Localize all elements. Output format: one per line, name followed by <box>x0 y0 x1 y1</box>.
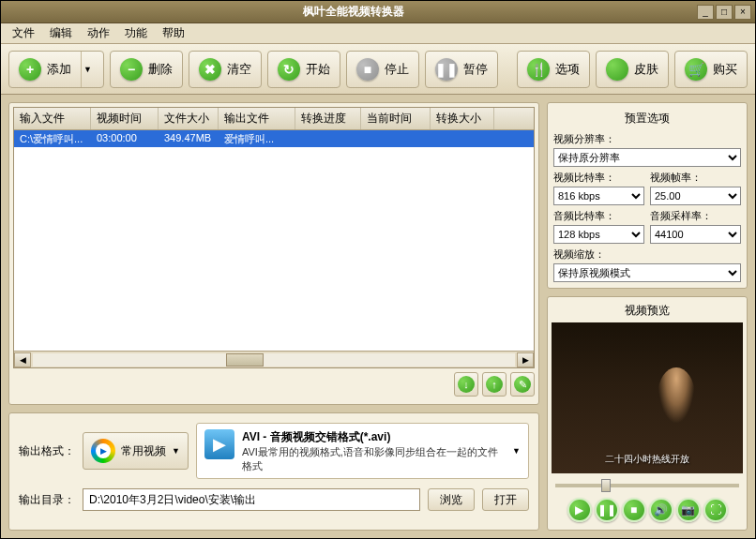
refresh-icon: ↻ <box>278 58 300 81</box>
scroll-right-icon[interactable]: ▶ <box>517 352 534 367</box>
main-area: 输入文件 视频时间 文件大小 输出文件 转换进度 当前时间 转换大小 C:\爱情… <box>1 95 755 538</box>
delete-button[interactable]: − 删除 <box>110 51 183 88</box>
horizontal-scrollbar[interactable]: ◀ ▶ <box>14 351 534 367</box>
th-size[interactable]: 文件大小 <box>159 108 219 129</box>
table-row[interactable]: C:\爱情呼叫... 03:00:00 349.47MB 爱情呼叫... <box>14 130 534 147</box>
add-button[interactable]: + 添加 ▼ <box>8 51 104 88</box>
move-down-button[interactable]: ↓ <box>454 372 478 397</box>
tools-icon: 🍴 <box>527 58 550 81</box>
apple-icon <box>606 58 628 81</box>
browse-button[interactable]: 浏览 <box>428 488 475 511</box>
preview-caption: 二十四小时热线开放 <box>552 453 743 466</box>
resolution-label: 视频分辨率： <box>553 132 741 146</box>
media-player-icon <box>91 439 115 463</box>
vbitrate-select[interactable]: 816 kbps <box>553 187 644 205</box>
chevron-down-icon: ▼ <box>512 446 521 456</box>
chevron-down-icon: ▼ <box>172 446 180 456</box>
abitrate-select[interactable]: 128 kbps <box>553 225 644 244</box>
snapshot-button[interactable]: 📷 <box>676 498 701 522</box>
clear-icon: ✖ <box>199 58 221 81</box>
table-body[interactable]: C:\爱情呼叫... 03:00:00 349.47MB 爱情呼叫... <box>14 130 534 351</box>
minus-icon: − <box>120 58 143 81</box>
format-description[interactable]: ▶ AVI - 音频视频交错格式(*.avi) AVI最常用的视频格式,语音和影… <box>196 423 529 479</box>
arrow-up-icon: ↑ <box>486 376 503 393</box>
avi-file-icon: ▶ <box>204 429 234 459</box>
clear-button[interactable]: ✖ 清空 <box>189 51 262 88</box>
samplerate-label: 音频采样率： <box>650 209 741 223</box>
fullscreen-button[interactable]: ⛶ <box>703 498 728 522</box>
preview-video[interactable]: 二十四小时热线开放 <box>552 322 743 473</box>
pv-stop-button[interactable]: ■ <box>622 498 646 522</box>
menu-function[interactable]: 功能 <box>117 23 155 43</box>
window-title: 枫叶全能视频转换器 <box>303 4 697 20</box>
menu-edit[interactable]: 编辑 <box>42 23 80 43</box>
th-output[interactable]: 输出文件 <box>219 108 295 129</box>
move-up-button[interactable]: ↑ <box>482 372 507 397</box>
pause-button[interactable]: ❚❚ 暂停 <box>425 51 498 88</box>
output-dir-input[interactable] <box>83 488 420 511</box>
pause-icon: ❚❚ <box>435 58 458 81</box>
file-table: 输入文件 视频时间 文件大小 输出文件 转换进度 当前时间 转换大小 C:\爱情… <box>13 107 535 368</box>
app-window: 枫叶全能视频转换器 _ □ × 文件 编辑 动作 功能 帮助 + 添加 ▼ − … <box>0 0 756 539</box>
th-outsize[interactable]: 转换大小 <box>431 108 494 129</box>
menubar: 文件 编辑 动作 功能 帮助 <box>1 23 755 44</box>
maximize-button[interactable]: □ <box>716 5 733 20</box>
add-dropdown-icon[interactable]: ▼ <box>81 52 94 87</box>
pencil-icon: ✎ <box>514 376 531 393</box>
preview-panel: 视频预览 二十四小时热线开放 ▶ ❚❚ ■ 🔊 📷 ⛶ <box>547 296 748 531</box>
samplerate-select[interactable]: 44100 <box>650 225 741 244</box>
abitrate-label: 音频比特率： <box>553 209 644 223</box>
skin-button[interactable]: 皮肤 <box>596 51 669 88</box>
close-button[interactable]: × <box>734 5 751 20</box>
framerate-label: 视频帧率： <box>650 171 741 185</box>
dir-label: 输出目录： <box>19 492 75 508</box>
preview-title: 视频预览 <box>552 301 743 322</box>
menu-file[interactable]: 文件 <box>5 23 42 43</box>
plus-icon: + <box>19 58 41 81</box>
th-time[interactable]: 当前时间 <box>361 108 431 129</box>
format-label: 输出格式： <box>19 443 75 459</box>
vbitrate-label: 视频比特率： <box>553 171 644 185</box>
buy-button[interactable]: 🛒 购买 <box>674 51 748 88</box>
titlebar: 枫叶全能视频转换器 _ □ × <box>1 1 755 23</box>
play-button[interactable]: ▶ <box>567 498 592 522</box>
slider-thumb[interactable] <box>601 479 611 492</box>
framerate-select[interactable]: 25.00 <box>650 187 741 205</box>
zoom-select[interactable]: 保持原视频模式 <box>553 263 741 282</box>
preview-slider[interactable] <box>552 477 743 494</box>
th-input[interactable]: 输入文件 <box>14 108 91 129</box>
th-progress[interactable]: 转换进度 <box>295 108 361 129</box>
preview-controls: ▶ ❚❚ ■ 🔊 📷 ⛶ <box>552 494 743 526</box>
edit-button[interactable]: ✎ <box>510 372 535 397</box>
table-header: 输入文件 视频时间 文件大小 输出文件 转换进度 当前时间 转换大小 <box>14 108 534 130</box>
format-category-button[interactable]: 常用视频 ▼ <box>83 432 189 470</box>
zoom-label: 视频缩放： <box>553 247 741 262</box>
toolbar: + 添加 ▼ − 删除 ✖ 清空 ↻ 开始 ■ 停止 ❚❚ 暂停 🍴 选项 <box>1 44 755 95</box>
open-button[interactable]: 打开 <box>482 488 529 511</box>
preset-title: 预置选项 <box>553 109 741 132</box>
th-duration[interactable]: 视频时间 <box>91 108 159 129</box>
start-button[interactable]: ↻ 开始 <box>267 51 340 88</box>
table-controls: ↓ ↑ ✎ <box>13 368 535 400</box>
menu-help[interactable]: 帮助 <box>155 23 192 43</box>
stop-button[interactable]: ■ 停止 <box>346 51 419 88</box>
cart-icon: 🛒 <box>685 58 707 81</box>
options-button[interactable]: 🍴 选项 <box>517 51 590 88</box>
arrow-down-icon: ↓ <box>458 376 475 393</box>
volume-button[interactable]: 🔊 <box>649 498 673 522</box>
resolution-select[interactable]: 保持原分辨率 <box>553 148 741 167</box>
output-panel: 输出格式： 常用视频 ▼ ▶ AVI - 音频视频交错格式(*.avi) AVI… <box>8 412 539 531</box>
scroll-left-icon[interactable]: ◀ <box>14 352 31 367</box>
preset-panel: 预置选项 视频分辨率： 保持原分辨率 视频比特率： 816 kbps 视频帧率：… <box>547 102 748 289</box>
stop-icon: ■ <box>356 58 379 81</box>
menu-action[interactable]: 动作 <box>80 23 117 43</box>
pv-pause-button[interactable]: ❚❚ <box>595 498 619 522</box>
minimize-button[interactable]: _ <box>697 5 714 20</box>
